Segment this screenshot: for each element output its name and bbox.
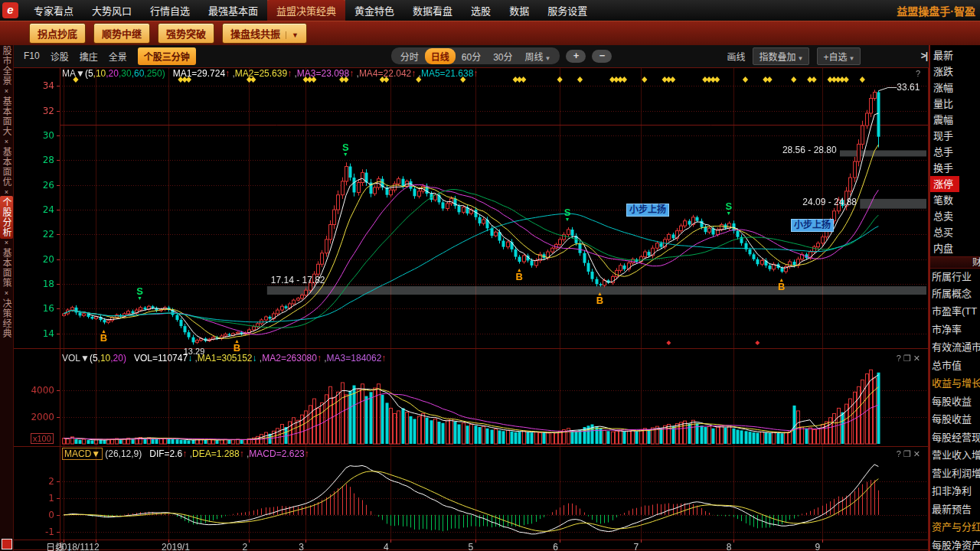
quote-row-12[interactable]: 内盘 (930, 240, 980, 256)
annotation-label-1: 小步上扬 (791, 219, 834, 232)
toolbar-item-2[interactable]: 擒庄 (80, 50, 98, 63)
toolbar-item-0[interactable]: F10 (24, 51, 40, 61)
close-icon[interactable]: ✕ (913, 354, 923, 363)
quote-row-1[interactable]: 涨跌 (930, 64, 980, 80)
strategy-dropdown-button[interactable]: 操盘线共振▼ (222, 23, 307, 44)
feature-button[interactable]: 个股三分钟 (138, 47, 196, 65)
sidebar-tab-2[interactable]: 基本面优 (0, 145, 13, 188)
quote-row-2[interactable]: 涨幅 (930, 80, 980, 96)
finance-row-1[interactable]: 市净率 (930, 321, 980, 339)
chevron-down-icon: ▼ (848, 55, 854, 62)
toolbar-dropdown-0[interactable]: 指数叠加▼ (753, 47, 809, 65)
period-tab-60分[interactable]: 60分 (456, 48, 487, 64)
menu-item-3[interactable]: 最强基本面 (199, 0, 267, 21)
sidebar-tab-label: 基本面策 (0, 246, 13, 289)
close-icon[interactable]: × (5, 289, 8, 297)
draw-line-button[interactable]: 画线 (727, 50, 745, 63)
finance-row-3[interactable]: 总市值 (930, 357, 980, 375)
corner-app-icon[interactable] (2, 539, 12, 549)
info-row-0[interactable]: 所属行业 (930, 269, 980, 285)
annotation-label-0: 小步上扬 (626, 204, 669, 217)
help-icon[interactable]: ? (897, 449, 903, 458)
finance-row-10[interactable]: 扣非净利 (930, 482, 980, 500)
finance-row-5[interactable]: 每股收益 (930, 393, 980, 411)
sidebar-tab-1[interactable]: 基本面大 (0, 95, 13, 138)
status-period-label[interactable]: 日线 ↓ (46, 540, 71, 551)
zoom-in-button[interactable]: + (566, 50, 586, 63)
sidebar-tab-label: 决策经典 (0, 297, 13, 340)
quote-row-9[interactable]: 笔数 (930, 192, 980, 208)
period-tab-分时[interactable]: 分时 (394, 48, 425, 64)
sidebar-tab-label: 股市全景 (0, 44, 13, 87)
quote-row-0[interactable]: 最新 (930, 47, 980, 64)
finance-row-4[interactable]: 收益与增长 (930, 374, 980, 393)
menu-item-8[interactable]: 数据 (500, 0, 538, 21)
quote-row-6[interactable]: 总手 (930, 144, 980, 160)
sidebar-tab-label: 基本面优 (0, 145, 13, 188)
chart-toolbar: F10诊股擒庄全景个股三分钟分时日线60分30分周线▼+−画线指数叠加▼+自选▼… (13, 44, 929, 67)
app-window: e 专家看点大势风口行情自选最强基本面益盟决策经典黄金特色数据看盘选股数据服务设… (0, 0, 980, 551)
close-icon[interactable]: × (5, 188, 8, 196)
toolbar-item-1[interactable]: 诊股 (51, 50, 69, 63)
menu-item-4[interactable]: 益盟决策经典 (267, 0, 345, 21)
right-quote-panel: 最新涨跌涨幅量比震幅现手总手换手涨停笔数总卖总买内盘财所属行业所属概念市盈率(T… (929, 44, 980, 551)
top-menu-items: 专家看点大势风口行情自选最强基本面益盟决策经典黄金特色数据看盘选股数据服务设置 (24, 0, 596, 21)
finance-row-9[interactable]: 营业利润增 (930, 465, 980, 483)
sidebar-tab-3[interactable]: 个股分析 (0, 196, 13, 239)
toolbar-item-3[interactable]: 全景 (109, 50, 127, 63)
sidebar-tab-label: 个股分析 (0, 196, 13, 239)
close-icon[interactable]: × (5, 138, 8, 145)
strategy-toolbar: 拐点抄底顺势中继强势突破操盘线共振▼ (0, 21, 980, 45)
quote-row-8[interactable]: 涨停 (930, 176, 959, 192)
status-period-arrow-icon: ↓ (67, 543, 71, 551)
menu-item-1[interactable]: 大势风口 (83, 0, 141, 21)
maximize-icon[interactable]: ❐ (903, 354, 913, 363)
stock-chart-canvas[interactable] (13, 67, 929, 551)
finance-row-13[interactable]: 每股净资产 (930, 536, 980, 551)
strategy-button-0[interactable]: 拐点抄底 (29, 23, 86, 44)
help-icon[interactable]: ? (916, 69, 923, 78)
menu-item-2[interactable]: 行情自选 (141, 0, 199, 21)
sidebar-tab-4[interactable]: 基本面策 (0, 246, 13, 289)
info-row-1[interactable]: 所属概念 (930, 285, 980, 302)
zoom-out-button[interactable]: − (592, 50, 612, 63)
toolbar-dropdown-1[interactable]: +自选▼ (817, 47, 861, 65)
close-icon[interactable]: × (5, 87, 8, 95)
close-icon[interactable]: ✕ (913, 449, 923, 458)
finance-row-7[interactable]: 每股经营现 (930, 429, 980, 447)
period-tab-30分[interactable]: 30分 (487, 48, 518, 64)
quote-row-7[interactable]: 换手 (930, 160, 980, 176)
status-period-text: 日线 (46, 543, 64, 551)
period-tab-周线[interactable]: 周线▼ (519, 48, 557, 64)
quote-row-5[interactable]: 现手 (930, 128, 980, 144)
menu-item-0[interactable]: 专家看点 (24, 0, 83, 21)
period-group: 分时日线60分30分周线▼ (391, 47, 560, 64)
help-icon[interactable]: ? (897, 354, 903, 363)
sidebar-tab-0[interactable]: 股市全景 (0, 44, 13, 87)
toolbar-dropdown-label: 指数叠加 (759, 52, 795, 63)
close-icon[interactable]: × (5, 239, 8, 246)
finance-row-11[interactable]: 最新预告 (930, 500, 980, 519)
maximize-icon[interactable]: ❐ (903, 449, 913, 458)
sidebar-tab-5[interactable]: 决策经典 (0, 297, 13, 340)
strategy-dropdown-label: 操盘线共振 (230, 28, 280, 40)
quote-row-4[interactable]: 震幅 (930, 112, 980, 128)
finance-row-2[interactable]: 有效流通市 (930, 338, 980, 357)
menu-item-5[interactable]: 黄金特色 (345, 0, 403, 21)
menu-item-9[interactable]: 服务设置 (538, 0, 596, 21)
finance-row-0[interactable]: 市盈率(TT (930, 302, 980, 321)
left-tab-strip: 股市全景×基本面大×基本面优×个股分析×基本面策×决策经典 (0, 44, 14, 551)
quote-row-3[interactable]: 量比 (930, 96, 980, 112)
brand-title: 益盟操盘手·智盈 (897, 3, 975, 18)
menu-item-7[interactable]: 选股 (462, 0, 500, 21)
period-tab-日线[interactable]: 日线 (425, 48, 456, 64)
strategy-button-2[interactable]: 强势突破 (158, 23, 214, 44)
menu-item-6[interactable]: 数据看盘 (403, 0, 462, 21)
quote-row-10[interactable]: 总卖 (930, 208, 980, 224)
finance-row-8[interactable]: 营业收入增 (930, 446, 980, 465)
quote-row-11[interactable]: 总买 (930, 224, 980, 240)
strategy-button-1[interactable]: 顺势中继 (93, 23, 150, 44)
finance-row-6[interactable]: 每股收益 (930, 410, 980, 429)
finance-row-12[interactable]: 资产与分红 (930, 518, 980, 536)
collapse-panel-icon[interactable]: >| (921, 51, 927, 61)
